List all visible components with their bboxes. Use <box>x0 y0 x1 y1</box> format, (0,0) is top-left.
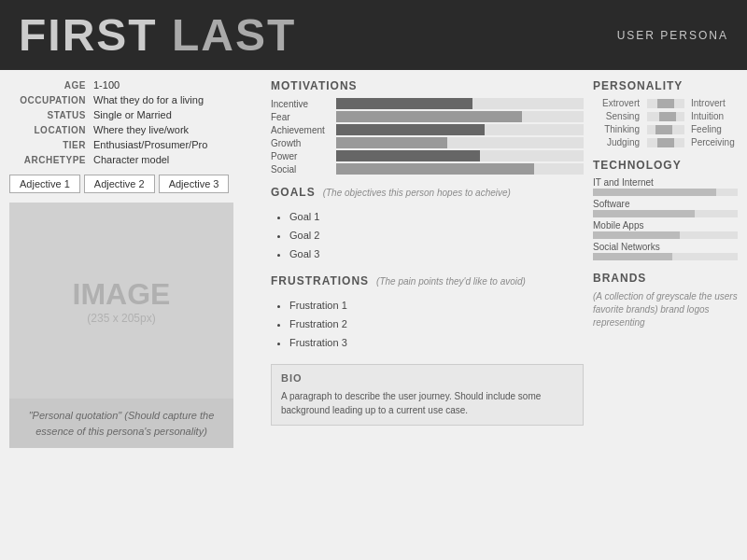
info-value: Where they live/work <box>93 124 189 135</box>
personality-trait-row: Extrovert Introvert <box>593 98 738 108</box>
quote-box: "Personal quotation" (Should capture the… <box>9 399 233 448</box>
tech-bar-fill <box>593 210 695 217</box>
goal-item: Goal 2 <box>289 227 584 245</box>
goal-item: Goal 1 <box>289 208 584 227</box>
bio-text: A paragraph to describe the user journey… <box>281 389 573 417</box>
personality-track <box>647 138 684 147</box>
adjective-button[interactable]: Adjective 1 <box>9 175 80 193</box>
info-label: STATUS <box>9 110 93 120</box>
info-row: ARCHETYPECharacter model <box>9 154 261 165</box>
header: FIRST LAST USER PERSONA <box>0 0 747 70</box>
tech-bar-row: Mobile Apps <box>593 220 738 239</box>
personality-trait-row: Sensing Intuition <box>593 111 738 121</box>
frustrations-title: FRUSTRATIONS <box>271 274 369 287</box>
info-value: What they do for a living <box>93 94 204 105</box>
personality-trait-row: Judging Perceiving <box>593 137 738 147</box>
adjectives-group: Adjective 1Adjective 2Adjective 3 <box>9 175 261 193</box>
motivation-bar-fill <box>336 124 485 135</box>
tech-label: Software <box>593 199 738 209</box>
motivation-bar-row: Power <box>271 150 584 161</box>
info-label: TIER <box>9 140 93 150</box>
image-placeholder-text: IMAGE <box>73 277 171 312</box>
personality-section: PERSONALITY Extrovert Introvert Sensing … <box>593 79 738 147</box>
tech-label: Social Networks <box>593 242 738 252</box>
info-label: ARCHETYPE <box>9 155 93 165</box>
goals-title: GOALS <box>271 186 316 199</box>
persona-label: USER PERSONA <box>617 29 728 42</box>
bio-section: BIO A paragraph to describe the user jou… <box>271 364 584 426</box>
first-name: FIRST <box>19 10 158 60</box>
quote-text: "Personal quotation" (Should capture the… <box>29 410 215 437</box>
frustrations-section: FRUSTRATIONS (The pain points they'd lik… <box>271 274 584 352</box>
personality-indicator <box>655 125 672 134</box>
personality-trait-row: Thinking Feeling <box>593 124 738 134</box>
info-label: OCCUPATION <box>9 95 93 105</box>
main-content: AGE1-100OCCUPATIONWhat they do for a liv… <box>0 70 747 560</box>
tech-bar-track <box>593 253 738 260</box>
info-value: Single or Married <box>93 109 172 120</box>
adjective-button[interactable]: Adjective 2 <box>84 175 155 193</box>
motivation-bar-track <box>336 124 584 135</box>
technology-section: TECHNOLOGY IT and Internet Software Mobi… <box>593 159 738 260</box>
tech-bar-row: IT and Internet <box>593 177 738 196</box>
frustrations-subtitle: (The pain points they'd like to avoid) <box>376 276 526 287</box>
brands-title: BRANDS <box>593 272 738 285</box>
personality-title: PERSONALITY <box>593 79 738 92</box>
tech-bar-track <box>593 231 738 239</box>
info-label: LOCATION <box>9 125 93 135</box>
image-size-label: (235 x 205px) <box>87 312 155 325</box>
motivation-bar-fill <box>336 163 534 175</box>
info-row: AGE1-100 <box>9 79 261 91</box>
goal-item: Goal 3 <box>289 245 584 264</box>
personality-track <box>647 125 684 134</box>
technology-title: TECHNOLOGY <box>593 159 738 172</box>
info-row: TIEREnthusiast/Prosumer/Pro <box>9 139 261 150</box>
motivation-bar-fill <box>336 150 480 161</box>
goals-header: GOALS (The objectives this person hopes … <box>271 186 584 204</box>
right-column: PERSONALITY Extrovert Introvert Sensing … <box>593 79 738 551</box>
tech-label: IT and Internet <box>593 177 738 188</box>
tech-bar-track <box>593 210 738 217</box>
info-table: AGE1-100OCCUPATIONWhat they do for a liv… <box>9 79 261 165</box>
adjective-button[interactable]: Adjective 3 <box>159 175 230 193</box>
motivation-bar-label: Growth <box>271 138 336 148</box>
trait-left-label: Sensing <box>593 111 640 121</box>
tech-bar-fill <box>593 189 716 196</box>
motivation-bar-track <box>336 150 584 161</box>
middle-column: MOTIVATIONS Incentive Fear Achievement G… <box>271 79 584 551</box>
motivations-bars: Incentive Fear Achievement Growth Power … <box>271 98 584 175</box>
personality-indicator <box>657 99 674 108</box>
info-row: OCCUPATIONWhat they do for a living <box>9 94 261 105</box>
motivation-bar-row: Achievement <box>271 124 584 135</box>
info-row: STATUSSingle or Married <box>9 109 261 120</box>
frustrations-header: FRUSTRATIONS (The pain points they'd lik… <box>271 274 584 293</box>
info-value: Character model <box>93 154 169 165</box>
tech-bar-row: Software <box>593 199 738 217</box>
info-value: Enthusiast/Prosumer/Pro <box>93 139 207 150</box>
trait-right-label: Introvert <box>691 98 738 108</box>
left-column: AGE1-100OCCUPATIONWhat they do for a liv… <box>9 79 261 551</box>
motivation-bar-row: Growth <box>271 137 584 148</box>
trait-right-label: Perceiving <box>691 137 738 147</box>
info-label: AGE <box>9 80 93 91</box>
motivation-bar-label: Power <box>271 151 336 161</box>
frustrations-list: Frustration 1Frustration 2Frustration 3 <box>271 297 584 352</box>
trait-left-label: Thinking <box>593 124 640 134</box>
frustration-item: Frustration 1 <box>289 297 584 315</box>
goals-list: Goal 1Goal 2Goal 3 <box>271 208 584 263</box>
motivation-bar-label: Achievement <box>271 125 336 135</box>
personality-track <box>647 99 684 108</box>
trait-left-label: Extrovert <box>593 98 640 108</box>
motivation-bar-row: Fear <box>271 111 584 122</box>
motivation-bar-fill <box>336 98 472 109</box>
trait-right-label: Feeling <box>691 124 738 134</box>
persona-name: FIRST LAST <box>19 9 296 61</box>
bio-title: BIO <box>281 372 573 384</box>
motivation-bar-track <box>336 137 584 148</box>
motivation-bar-label: Fear <box>271 112 336 122</box>
personality-traits: Extrovert Introvert Sensing Intuition Th… <box>593 98 738 147</box>
brands-section: BRANDS (A collection of greyscale the us… <box>593 272 738 329</box>
motivation-bar-fill <box>336 137 447 148</box>
trait-right-label: Intuition <box>691 111 738 121</box>
motivation-bar-label: Incentive <box>271 99 336 109</box>
